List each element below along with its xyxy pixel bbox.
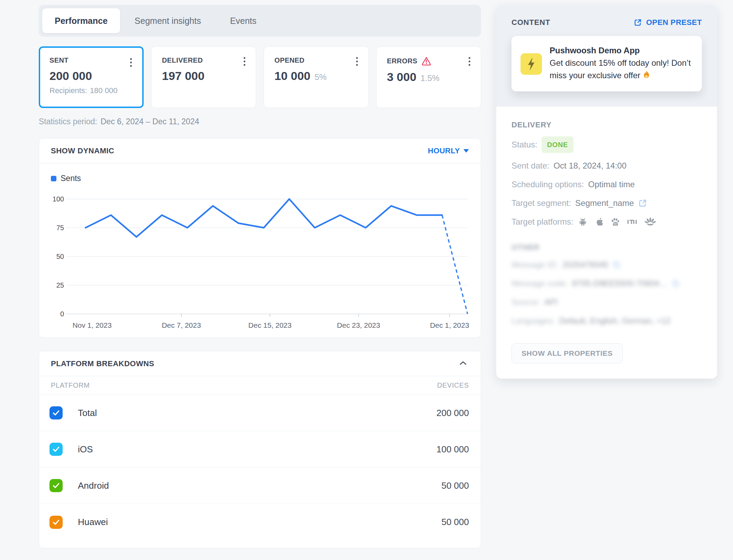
apple-icon bbox=[594, 217, 604, 227]
legend-swatch-sents bbox=[51, 176, 56, 181]
interval-dropdown[interactable]: HOURLY bbox=[428, 146, 469, 155]
warning-triangle-icon bbox=[422, 56, 431, 65]
collapse-chevron-up-icon[interactable] bbox=[457, 359, 469, 369]
external-link-icon bbox=[634, 18, 642, 27]
platform-name: Total bbox=[78, 408, 97, 418]
svg-text:Dec 1, 2023: Dec 1, 2023 bbox=[430, 321, 469, 329]
tab-performance[interactable]: Performance bbox=[42, 8, 120, 33]
platform-checkbox-total[interactable] bbox=[49, 406, 63, 419]
platform-checkbox-android[interactable] bbox=[49, 479, 63, 492]
kebab-menu-icon[interactable] bbox=[355, 56, 359, 67]
copy-icon[interactable] bbox=[613, 261, 621, 269]
platform-name: Android bbox=[78, 480, 109, 491]
push-statistics-page: Performance Segment insights Events SENT… bbox=[0, 0, 733, 560]
table-row: Android 50 000 bbox=[39, 468, 481, 504]
copy-icon[interactable] bbox=[672, 279, 680, 288]
kebab-menu-icon[interactable] bbox=[242, 56, 247, 67]
svg-text:50: 50 bbox=[56, 253, 64, 260]
platform-devices: 50 000 bbox=[441, 480, 469, 491]
stat-card-sent[interactable]: SENT 200 000 Recipients:180 000 bbox=[39, 46, 144, 108]
stat-label: ERRORS bbox=[387, 57, 417, 65]
stat-value: 197 000 bbox=[162, 69, 205, 83]
tab-bar: Performance Segment insights Events bbox=[39, 5, 481, 37]
tab-segment-insights[interactable]: Segment insights bbox=[120, 8, 216, 33]
delivery-section: DELIVERY Status: DONE Sent date: Oct 18,… bbox=[496, 107, 717, 379]
table-row: iOS 100 000 bbox=[39, 431, 481, 468]
huawei-icon bbox=[645, 217, 656, 227]
column-devices: DEVICES bbox=[437, 381, 469, 389]
legend-label-sents: Sents bbox=[61, 174, 81, 183]
message-code-row: Message code: 8705-D9EE5500-70604… bbox=[512, 278, 702, 289]
show-dynamic-card: SHOW DYNAMIC HOURLY Sents 0255075100Nov … bbox=[39, 138, 481, 338]
show-all-properties-button[interactable]: SHOW ALL PROPERTIES bbox=[512, 343, 623, 363]
sent-date-row: Sent date: Oct 18, 2024, 14:00 bbox=[512, 160, 702, 172]
table-row: Total 200 000 bbox=[39, 395, 481, 431]
fire-icon bbox=[642, 70, 651, 83]
push-preview-card[interactable]: Pushwoosh Demo App Get discount 15% off … bbox=[512, 36, 702, 91]
svg-text:Dec 15, 2023: Dec 15, 2023 bbox=[248, 321, 292, 329]
target-platforms-row: Target platforms: du bbox=[512, 216, 702, 228]
stat-subtext: Recipients:180 000 bbox=[49, 86, 134, 95]
content-section: CONTENT OPEN PRESET Pushwoosh Demo App G… bbox=[496, 5, 717, 107]
stat-card-errors[interactable]: ERRORS 3 000 1.5% bbox=[376, 46, 481, 108]
stat-card-opened[interactable]: OPENED 10 000 5% bbox=[264, 46, 369, 108]
status-row: Status: DONE bbox=[512, 136, 702, 153]
svg-text:Dec 7, 2023: Dec 7, 2023 bbox=[162, 321, 201, 329]
baidu-icon: du bbox=[610, 217, 621, 227]
xiaomi-icon bbox=[627, 217, 639, 227]
platform-breakdowns-title: PLATFORM BREAKDOWNS bbox=[51, 359, 154, 368]
platform-checkbox-ios[interactable] bbox=[49, 443, 63, 456]
stat-label: DELIVERED bbox=[162, 56, 203, 64]
main-column: Performance Segment insights Events SENT… bbox=[39, 5, 481, 560]
stat-value: 10 000 bbox=[274, 69, 310, 83]
table-row: Huawei 50 000 bbox=[39, 504, 481, 540]
android-icon bbox=[578, 217, 588, 227]
details-sidebar: CONTENT OPEN PRESET Pushwoosh Demo App G… bbox=[496, 5, 717, 560]
svg-text:100: 100 bbox=[53, 195, 64, 203]
stat-card-delivered[interactable]: DELIVERED 197 000 bbox=[151, 46, 256, 108]
platform-name: iOS bbox=[78, 444, 93, 455]
status-badge: DONE bbox=[542, 136, 573, 153]
kebab-menu-icon[interactable] bbox=[129, 57, 133, 68]
column-platform: PLATFORM bbox=[51, 381, 90, 389]
platform-checkbox-huawei[interactable] bbox=[49, 516, 63, 529]
source-row: Source: API bbox=[512, 296, 702, 308]
segment-external-link-icon[interactable] bbox=[638, 199, 647, 208]
sents-line-chart: 0255075100Nov 1, 2023Dec 7, 2023Dec 15, … bbox=[51, 185, 470, 334]
app-icon bbox=[521, 53, 542, 75]
chart-legend: Sents bbox=[39, 163, 481, 183]
chevron-down-icon bbox=[463, 149, 469, 153]
table-header-row: PLATFORM DEVICES bbox=[39, 376, 481, 395]
stat-cards-row: SENT 200 000 Recipients:180 000 DELIVERE… bbox=[39, 46, 481, 108]
statistics-period: Statistics period:Dec 6, 2024 – Dec 11, … bbox=[39, 117, 481, 126]
stat-percent: 1.5% bbox=[420, 73, 440, 83]
platform-devices: 200 000 bbox=[436, 408, 469, 418]
languages-row: Languages: Default, English, German, +12 bbox=[512, 315, 702, 327]
svg-text:Dec 23, 2023: Dec 23, 2023 bbox=[337, 321, 380, 329]
platform-breakdowns-card: PLATFORM BREAKDOWNS PLATFORM DEVICES Tot… bbox=[39, 351, 481, 548]
push-message: Get discount 15% off today only! Don’t m… bbox=[550, 57, 693, 83]
platform-devices: 100 000 bbox=[436, 444, 469, 455]
chart-card-title: SHOW DYNAMIC bbox=[51, 146, 114, 155]
stat-percent: 5% bbox=[315, 72, 327, 82]
stat-label: OPENED bbox=[274, 56, 305, 64]
content-title: CONTENT bbox=[512, 18, 550, 27]
delivery-title: DELIVERY bbox=[512, 120, 702, 129]
open-preset-button[interactable]: OPEN PRESET bbox=[634, 18, 702, 27]
other-title: OTHER bbox=[512, 243, 702, 252]
svg-text:Nov 1, 2023: Nov 1, 2023 bbox=[72, 321, 111, 329]
svg-text:0: 0 bbox=[60, 310, 64, 318]
message-id-row: Message ID: 2025476045 bbox=[512, 259, 702, 271]
stat-value: 200 000 bbox=[49, 69, 92, 83]
tab-events[interactable]: Events bbox=[216, 8, 271, 33]
kebab-menu-icon[interactable] bbox=[467, 56, 472, 67]
target-segment-row: Target segment: Segment_name bbox=[512, 197, 702, 209]
push-app-name: Pushwoosh Demo App bbox=[550, 44, 693, 57]
scheduling-row: Scheduling options: Optimal time bbox=[512, 179, 702, 190]
stat-label: SENT bbox=[49, 56, 69, 64]
platform-name: Huawei bbox=[78, 517, 108, 527]
svg-text:25: 25 bbox=[56, 281, 64, 289]
svg-text:75: 75 bbox=[56, 224, 64, 232]
platform-devices: 50 000 bbox=[441, 517, 469, 527]
svg-text:du: du bbox=[614, 223, 617, 225]
